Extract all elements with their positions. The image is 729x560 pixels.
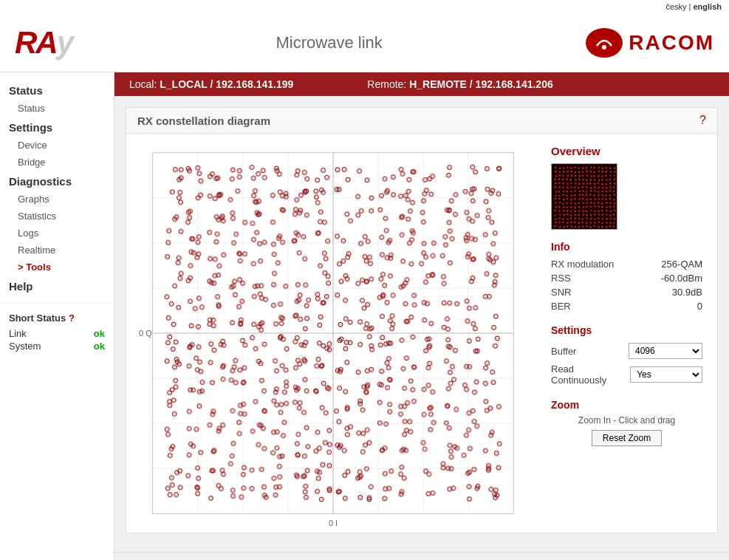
sidebar-item-logs[interactable]: Logs	[0, 225, 114, 242]
info-row-label: BER	[551, 301, 571, 312]
info-row: RX modulation256-QAM	[551, 257, 702, 271]
short-status-link-value: ok	[94, 328, 105, 339]
local-value: L_LOCAL / 192.168.141.199	[160, 78, 293, 90]
reset-zoom-button[interactable]: Reset Zoom	[592, 430, 662, 446]
rx-section: RX constellation diagram ? 0 Q 0 I	[126, 107, 718, 533]
help-section-title: Help	[0, 276, 114, 296]
short-status-link-row: Link ok	[9, 327, 105, 340]
info-rows: RX modulation256-QAMRSS-60.0dBmSNR30.9dB…	[551, 257, 702, 313]
info-row-value: -60.0dBm	[661, 273, 702, 284]
remote-label: Remote:	[367, 78, 406, 90]
info-row-label: RX modulation	[551, 259, 614, 270]
info-row-value: 0	[697, 301, 702, 312]
settings-section-title: Settings	[0, 117, 114, 137]
sidebar-item-graphs[interactable]: Graphs	[0, 191, 114, 208]
constellation-diagram[interactable]	[152, 152, 514, 514]
info-row-value: 30.9dB	[672, 287, 702, 298]
lang-czech[interactable]: česky	[665, 2, 686, 11]
svg-point-1	[602, 45, 606, 49]
buffer-select[interactable]: 4096102420488192	[629, 343, 702, 359]
remote-value: H_REMOTE / 192.168.141.206	[409, 78, 553, 90]
racom-logo: RACOM	[586, 28, 714, 58]
read-cont-row: Read Continuously YesNo	[551, 361, 702, 388]
info-row-label: SNR	[551, 287, 571, 298]
info-row: RSS-60.0dBm	[551, 271, 702, 285]
info-row-value: 256-QAM	[661, 259, 702, 270]
info-row-label: RSS	[551, 273, 571, 284]
sidebar-item-statistics[interactable]: Statistics	[0, 208, 114, 225]
sidebar-item-bridge[interactable]: Bridge	[0, 154, 114, 171]
status-bar: Local: L_LOCAL / 192.168.141.199 Remote:…	[114, 72, 729, 96]
info-row: SNR30.9dB	[551, 285, 702, 299]
short-status-system-row: System ok	[9, 340, 105, 352]
local-label: Local:	[129, 78, 157, 90]
status-section-title: Status	[0, 80, 114, 100]
diagnostics-section-title: Diagnostics	[0, 171, 114, 191]
buffer-row: Buffer 4096102420488192	[551, 341, 702, 361]
i-axis-label: 0 I	[329, 519, 338, 527]
svg-point-0	[592, 33, 616, 53]
sidebar-item-realtime[interactable]: Realtime	[0, 242, 114, 259]
q-axis-label: 0 Q	[139, 329, 152, 338]
sidebar-item-tools[interactable]: > Tools	[0, 259, 114, 276]
settings-title: Settings	[551, 324, 702, 336]
zoom-hint: Zoom In - Click and drag	[551, 415, 702, 426]
read-cont-select[interactable]: YesNo	[630, 366, 702, 383]
info-title: Info	[551, 241, 702, 253]
zoom-title: Zoom	[551, 399, 702, 411]
buffer-label: Buffer	[551, 346, 576, 357]
rx-help-icon[interactable]: ?	[699, 114, 706, 127]
short-status-system-value: ok	[94, 341, 105, 352]
rx-title: RX constellation diagram	[137, 115, 270, 127]
info-row: BER0	[551, 299, 702, 313]
sidebar-item-status[interactable]: Status	[0, 100, 114, 117]
short-status-title: Short Status ?	[9, 313, 105, 324]
read-cont-label: Read Continuously	[551, 363, 630, 386]
short-status-system-label: System	[9, 341, 41, 352]
overview-thumbnail	[551, 163, 617, 230]
racom-text: RACOM	[629, 31, 714, 55]
short-status-link-label: Link	[9, 328, 27, 339]
overview-title: Overview	[551, 145, 702, 157]
logo: RAy	[15, 25, 72, 61]
page-title: Microwave link	[276, 33, 383, 52]
lang-english[interactable]: english	[693, 2, 722, 11]
sidebar-item-device[interactable]: Device	[0, 137, 114, 154]
